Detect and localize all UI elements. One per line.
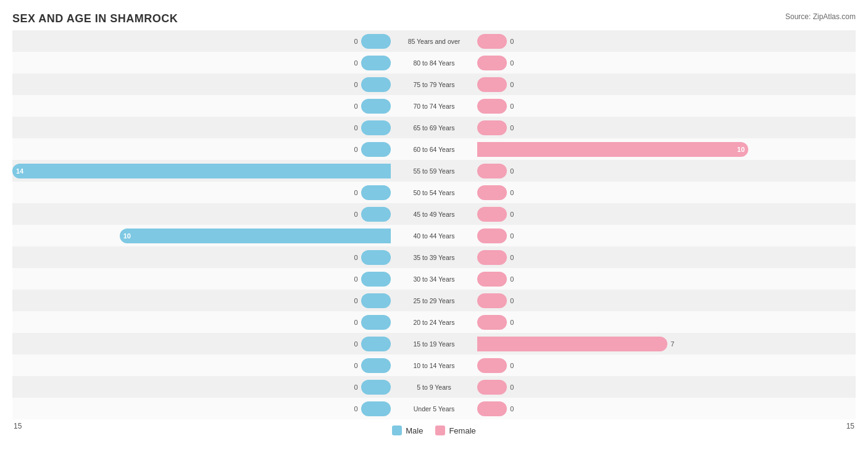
female-bar-stub xyxy=(477,250,507,265)
age-label: 60 to 64 Years xyxy=(392,146,477,153)
male-value-label: 0 xyxy=(354,124,358,132)
age-label: 40 to 44 Years xyxy=(392,232,477,240)
legend-female: Female xyxy=(435,426,475,435)
male-value-label: 0 xyxy=(354,362,358,369)
female-value-label: 0 xyxy=(510,189,514,196)
male-cell: 0 xyxy=(12,398,392,419)
table-row: 045 to 49 Years0 xyxy=(12,203,856,225)
female-value-label: 0 xyxy=(510,384,514,391)
age-label: 50 to 54 Years xyxy=(392,189,477,196)
age-label: 15 to 19 Years xyxy=(392,340,477,348)
female-value-label: 0 xyxy=(510,81,514,88)
male-bar-stub xyxy=(361,293,391,308)
age-label: 5 to 9 Years xyxy=(392,384,477,391)
female-bar-stub xyxy=(477,272,507,287)
female-bar-stub xyxy=(477,120,507,135)
chart-title: SEX AND AGE IN SHAMROCK xyxy=(12,12,856,25)
female-cell: 0 xyxy=(476,117,856,138)
female-cell: 7 xyxy=(476,333,856,354)
female-bar-stub xyxy=(477,164,507,178)
age-label: 10 to 14 Years xyxy=(392,362,477,369)
male-bar-stub xyxy=(361,337,391,351)
female-bar-stub xyxy=(477,401,507,416)
female-value-label: 0 xyxy=(510,405,514,413)
male-cell: 0 xyxy=(12,290,392,311)
male-value-label: 0 xyxy=(354,189,358,196)
table-row: 020 to 24 Years0 xyxy=(12,311,856,333)
female-bar-stub xyxy=(477,358,507,373)
male-value-label: 0 xyxy=(354,297,358,304)
table-row: 05 to 9 Years0 xyxy=(12,376,856,398)
table-row: 080 to 84 Years0 xyxy=(12,52,856,73)
table-row: 075 to 79 Years0 xyxy=(12,73,856,95)
female-value-label: 0 xyxy=(510,103,514,110)
legend-male-label: Male xyxy=(406,426,423,435)
chart-container: SEX AND AGE IN SHAMROCK Source: ZipAtlas… xyxy=(0,0,868,457)
male-bar-stub xyxy=(361,34,391,49)
female-cell: 0 xyxy=(476,95,856,117)
table-row: 010 to 14 Years0 xyxy=(12,354,856,376)
male-bar-stub xyxy=(361,250,391,265)
female-cell: 0 xyxy=(476,354,856,376)
male-cell: 0 xyxy=(12,268,392,290)
female-cell: 10 xyxy=(476,138,856,160)
male-cell: 0 xyxy=(12,333,392,354)
legend-male-box xyxy=(392,426,402,435)
female-cell: 0 xyxy=(476,225,856,246)
male-bar-stub xyxy=(361,315,391,330)
male-value-label: 0 xyxy=(354,211,358,218)
male-cell: 0 xyxy=(12,354,392,376)
female-cell: 0 xyxy=(476,290,856,311)
male-cell: 0 xyxy=(12,30,392,52)
male-value-label: 0 xyxy=(354,146,358,153)
male-bar-stub xyxy=(361,120,391,135)
age-label: 35 to 39 Years xyxy=(392,254,477,261)
female-cell: 0 xyxy=(476,203,856,225)
female-cell: 0 xyxy=(476,311,856,333)
axis-right: 15 xyxy=(846,422,854,435)
female-bar xyxy=(477,337,667,351)
table-row: 1040 to 44 Years0 xyxy=(12,225,856,246)
female-bar-stub xyxy=(477,380,507,395)
age-label: 55 to 59 Years xyxy=(392,167,477,175)
male-value-label: 0 xyxy=(354,319,358,326)
male-cell: 14 xyxy=(12,160,392,182)
male-cell: 0 xyxy=(12,117,392,138)
legend: Male Female xyxy=(392,426,476,435)
age-label: 45 to 49 Years xyxy=(392,211,477,218)
male-bar-stub xyxy=(361,99,391,114)
female-value-label: 0 xyxy=(510,254,514,261)
bars-container: 085 Years and over0080 to 84 Years0075 t… xyxy=(12,30,856,419)
male-bar-stub xyxy=(361,358,391,373)
male-bar-stub xyxy=(361,207,391,222)
female-value-label: 7 xyxy=(670,340,674,348)
male-value-label: 0 xyxy=(354,275,358,283)
female-bar-stub xyxy=(477,185,507,200)
female-bar-stub xyxy=(477,56,507,70)
legend-female-box xyxy=(435,426,445,435)
male-value-label: 0 xyxy=(354,254,358,261)
table-row: 060 to 64 Years10 xyxy=(12,138,856,160)
male-cell: 0 xyxy=(12,246,392,268)
female-cell: 0 xyxy=(476,268,856,290)
male-bar-stub xyxy=(361,77,391,92)
age-label: 20 to 24 Years xyxy=(392,319,477,326)
male-bar-stub xyxy=(361,380,391,395)
male-cell: 10 xyxy=(12,225,392,246)
legend-male: Male xyxy=(392,426,423,435)
male-value-label: 0 xyxy=(354,81,358,88)
male-cell: 0 xyxy=(12,311,392,333)
female-bar-stub xyxy=(477,77,507,92)
female-value-label: 0 xyxy=(510,211,514,218)
female-bar-stub xyxy=(477,293,507,308)
male-cell: 0 xyxy=(12,376,392,398)
female-cell: 0 xyxy=(476,246,856,268)
male-cell: 0 xyxy=(12,73,392,95)
male-value-label: 0 xyxy=(354,59,358,67)
axis-row: 15 Male Female 15 xyxy=(12,422,856,435)
age-label: 80 to 84 Years xyxy=(392,59,477,67)
male-value-label: 10 xyxy=(120,232,135,240)
male-cell: 0 xyxy=(12,203,392,225)
age-label: 65 to 69 Years xyxy=(392,124,477,132)
female-cell: 0 xyxy=(476,398,856,419)
